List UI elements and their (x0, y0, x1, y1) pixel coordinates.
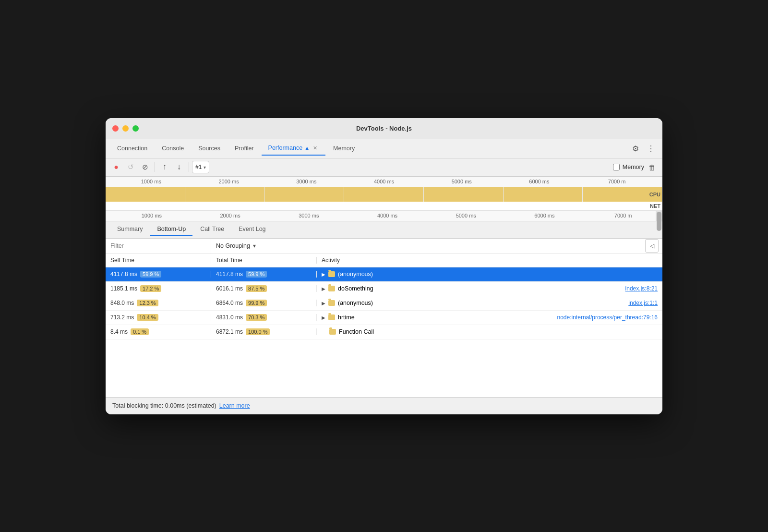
ruler-tick-3: 3000 ms (267, 179, 345, 184)
total-ms-2: 6864.0 ms (216, 300, 243, 306)
tab-sources[interactable]: Sources (192, 142, 227, 155)
cell-total-2: 6864.0 ms 99.9 % (211, 300, 317, 306)
cell-total-0: 4117.8 ms 59.9 % (211, 271, 317, 278)
minimize-button[interactable] (122, 125, 129, 132)
memory-checkbox[interactable]: Memory (613, 164, 644, 170)
cell-self-2: 848.0 ms 12.3 % (106, 300, 211, 306)
tab-summary[interactable]: Summary (110, 223, 149, 236)
activity-link-3[interactable]: node:internal/process/per_thread:79:16 (557, 314, 658, 321)
tab-bottom-up[interactable]: Bottom-Up (150, 223, 192, 236)
expand-arrow-0[interactable]: ▶ (322, 272, 325, 277)
status-text: Total blocking time: 0.00ms (estimated) (112, 402, 216, 409)
close-button[interactable] (112, 125, 119, 132)
ruler2-tick-3: 3000 ms (269, 213, 348, 218)
total-pct-badge-4: 100.0 % (246, 328, 270, 335)
ruler-tick-5: 5000 ms (423, 179, 501, 184)
upload-button[interactable]: ↑ (158, 160, 171, 174)
tab-connection[interactable]: Connection (110, 142, 154, 155)
download-button[interactable]: ↓ (172, 160, 186, 174)
table-row[interactable]: 713.2 ms 10.4 % 4831.0 ms 70.3 % ▶ hrtim… (106, 311, 662, 325)
nav-actions: ⚙ ⋮ (629, 142, 658, 155)
toolbar-separator-1 (155, 162, 155, 172)
window-title: DevTools - Node.js (356, 125, 412, 132)
cell-activity-3: ▶ hrtime node:internal/process/per_threa… (317, 314, 662, 321)
total-pct-badge-1: 87.5 % (246, 285, 267, 292)
timeline-area: 1000 ms 2000 ms 3000 ms 4000 ms 5000 ms … (106, 177, 662, 221)
activity-name-2: (anonymous) (338, 300, 373, 306)
total-pct-badge-3: 70.3 % (246, 314, 267, 321)
activity-name-1: doSomething (338, 285, 373, 292)
record-button[interactable]: ● (109, 160, 123, 174)
grouping-select[interactable]: No Grouping ▾ (211, 239, 645, 254)
tab-console[interactable]: Console (155, 142, 191, 155)
cell-self-3: 713.2 ms 10.4 % (106, 314, 211, 321)
cell-total-1: 6016.1 ms 87.5 % (211, 285, 317, 292)
header-total-time: Total Time (211, 257, 317, 264)
table-row[interactable]: 8.4 ms 0.1 % 6872.1 ms 100.0 % Function … (106, 325, 662, 339)
folder-icon-1 (328, 286, 335, 291)
activity-link-1[interactable]: index.js:8:21 (625, 285, 658, 292)
tab-event-log[interactable]: Event Log (232, 223, 272, 236)
folder-icon-4 (329, 329, 336, 335)
tab-memory[interactable]: Memory (326, 142, 361, 155)
activity-name-4: Function Call (339, 328, 374, 335)
table-row[interactable]: 1185.1 ms 17.2 % 6016.1 ms 87.5 % ▶ doSo… (106, 282, 662, 296)
self-ms-2: 848.0 ms (110, 300, 134, 306)
cpu-bar: CPU (106, 187, 662, 202)
header-activity: Activity (317, 257, 662, 264)
collapse-panel-button[interactable]: ◁ (645, 239, 659, 253)
table-row[interactable]: 848.0 ms 12.3 % 6864.0 ms 99.9 % ▶ (anon… (106, 296, 662, 311)
expand-arrow-1[interactable]: ▶ (322, 286, 325, 291)
activity-name-3: hrtime (338, 314, 355, 321)
folder-icon-0 (328, 271, 335, 277)
self-pct-badge-4: 0.1 % (131, 328, 149, 335)
tab-performance[interactable]: Performance ▲ ✕ (262, 142, 325, 156)
filter-row: No Grouping ▾ ◁ (106, 239, 662, 254)
settings-button[interactable]: ⚙ (629, 142, 642, 155)
self-pct-badge-2: 12.3 % (137, 300, 158, 306)
self-ms-3: 713.2 ms (110, 314, 134, 321)
ruler2-tick-6: 6000 ms (505, 213, 584, 218)
maximize-button[interactable] (132, 125, 139, 132)
folder-icon-3 (328, 314, 335, 320)
trash-button[interactable]: 🗑 (645, 160, 659, 174)
cpu-label: CPU (649, 192, 660, 197)
toolbar: ● ↺ ⊘ ↑ ↓ #1 ▾ Memory 🗑 (106, 158, 662, 177)
cell-activity-1: ▶ doSomething index.js:8:21 (317, 285, 662, 292)
reload-icon: ↺ (128, 163, 134, 171)
timeline-scrollbar-thumb[interactable] (657, 212, 661, 231)
tab-profiler[interactable]: Profiler (228, 142, 261, 155)
tab-performance-close[interactable]: ✕ (312, 145, 319, 152)
ruler2-tick-5: 5000 ms (427, 213, 505, 218)
expand-arrow-3[interactable]: ▶ (322, 315, 325, 320)
trash-icon: 🗑 (648, 163, 656, 171)
data-table: No Grouping ▾ ◁ Self Time Total Time Act… (106, 239, 662, 397)
more-button[interactable]: ⋮ (644, 142, 658, 155)
cell-activity-4: Function Call (317, 328, 662, 335)
profile-selector[interactable]: #1 ▾ (192, 161, 209, 173)
learn-more-link[interactable]: Learn more (219, 402, 250, 409)
filter-input[interactable] (106, 239, 211, 254)
devtools-window: DevTools - Node.js Connection Console So… (106, 118, 662, 414)
upload-icon: ↑ (163, 162, 167, 172)
self-pct-badge-0: 59.9 % (140, 271, 161, 278)
total-pct-badge-2: 99.9 % (246, 300, 267, 306)
ruler-tick-4: 4000 ms (345, 179, 423, 184)
timeline-scrollbar[interactable] (656, 211, 662, 221)
cell-self-4: 8.4 ms 0.1 % (106, 328, 211, 335)
cell-self-1: 1185.1 ms 17.2 % (106, 285, 211, 292)
toolbar-separator-2 (189, 162, 189, 172)
ruler-tick-6: 6000 ms (501, 179, 578, 184)
clear-button[interactable]: ⊘ (138, 160, 152, 174)
self-pct-badge-3: 10.4 % (137, 314, 158, 321)
tab-call-tree[interactable]: Call Tree (193, 223, 231, 236)
ruler-tick-2: 2000 ms (190, 179, 268, 184)
grouping-arrow-icon: ▾ (253, 242, 256, 249)
status-bar: Total blocking time: 0.00ms (estimated) … (106, 397, 662, 414)
cell-total-4: 6872.1 ms 100.0 % (211, 328, 317, 335)
activity-link-2[interactable]: index.js:1:1 (628, 300, 658, 306)
expand-arrow-2[interactable]: ▶ (322, 301, 325, 306)
reload-button[interactable]: ↺ (124, 160, 137, 174)
table-row[interactable]: 4117.8 ms 59.9 % 4117.8 ms 59.9 % ▶ (ano… (106, 267, 662, 282)
memory-checkbox-input[interactable] (613, 164, 620, 170)
